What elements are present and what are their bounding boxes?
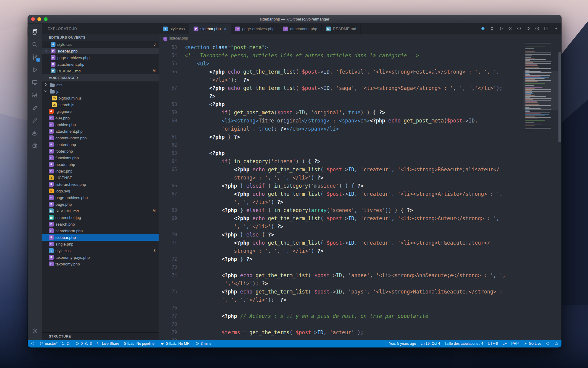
- activity-item-run-debug[interactable]: [28, 63, 42, 76]
- tree-item[interactable]: Pattachment.php: [42, 128, 159, 135]
- status-git-sync[interactable]: 1↓ 2↑: [62, 341, 71, 346]
- toolbar-open-changes[interactable]: [489, 26, 495, 32]
- activity-item-search[interactable]: [28, 38, 42, 51]
- minimap-line: [525, 83, 545, 84]
- scrollbar-thumb[interactable]: [558, 52, 561, 142]
- tab-style-css[interactable]: #style.css: [159, 24, 189, 34]
- status-gitlab-pipeline[interactable]: GitLab: No pipeline.: [124, 341, 155, 346]
- tree-item[interactable]: Ptaxonomy-pays.php: [42, 254, 159, 261]
- open-editor-item[interactable]: MREADME.mdM: [42, 68, 159, 74]
- activity-item-extensions[interactable]: [28, 89, 42, 101]
- tree-item[interactable]: Psingle.php: [42, 241, 159, 247]
- code-line: 75 <?php echo get_the_term_list( $post->…: [159, 288, 522, 296]
- code-text: <?php // Acteurs : s'il y en a plus de h…: [185, 312, 522, 320]
- activity-item-remote-explorer[interactable]: [28, 76, 42, 89]
- toolbar-navigate-forward[interactable]: [526, 26, 531, 32]
- tree-item[interactable]: #style.css3: [42, 247, 159, 254]
- activity-item-docker[interactable]: [28, 127, 42, 139]
- close-icon[interactable]: ×: [224, 27, 226, 31]
- tree-item[interactable]: Slogo.svg: [42, 188, 159, 194]
- tree-item[interactable]: JSsearch.js: [42, 101, 159, 108]
- toolbar-timer[interactable]: [535, 26, 540, 32]
- status-language-mode[interactable]: PHP: [511, 341, 519, 346]
- tree-item[interactable]: Ptaxonomy.php: [42, 261, 159, 267]
- code-editor[interactable]: 53<section class="post-meta">54<!-- Taxo…: [159, 42, 561, 340]
- close-icon[interactable]: ×: [44, 49, 49, 53]
- toolbar-beautify[interactable]: [480, 26, 485, 32]
- status-time-tracker[interactable]: 3 mins: [195, 341, 211, 346]
- tree-item[interactable]: §LICENSE: [42, 174, 159, 181]
- status-gitlab-mr[interactable]: GitLab: No MR.: [160, 341, 191, 346]
- minimize-button[interactable]: [37, 17, 41, 21]
- tree-item[interactable]: Pcontent.php: [42, 141, 159, 148]
- tree-item[interactable]: Pliste-archives.php: [42, 181, 159, 188]
- status-tab-size[interactable]: Taille des tabulations : 4: [444, 341, 483, 346]
- activity-item-explorer[interactable]: [28, 25, 42, 38]
- tree-item[interactable]: js: [42, 88, 159, 95]
- status-gitlens-blame[interactable]: You, 5 years ago: [389, 341, 416, 346]
- title-bar[interactable]: sidebar.php — ~/Git/perso/voiretmanger: [28, 15, 561, 24]
- status-problems[interactable]: 03: [75, 341, 92, 346]
- status-feedback[interactable]: [546, 341, 550, 346]
- line-number: 68: [159, 206, 185, 214]
- tree-item[interactable]: Parchive.php: [42, 121, 159, 128]
- toolbar-pending[interactable]: [517, 26, 522, 32]
- extensions-icon: [31, 92, 38, 99]
- open-editor-item[interactable]: Pattachment.php: [42, 61, 159, 68]
- tree-item[interactable]: Ppage-archives.php: [42, 194, 159, 201]
- tree-item[interactable]: Pfooter.php: [42, 148, 159, 154]
- status-eol[interactable]: LF: [502, 341, 507, 346]
- activity-item-edit-session[interactable]: [28, 114, 42, 127]
- tree-item[interactable]: Pcontent-index.php: [42, 135, 159, 141]
- toolbar-run-code[interactable]: [498, 26, 504, 32]
- open-editor-item[interactable]: Ppage-archives.php: [42, 54, 159, 61]
- breadcrumb[interactable]: P sidebar.php: [159, 34, 561, 42]
- php-file-icon: P: [49, 262, 54, 266]
- open-editor-item[interactable]: ×Psidebar.php: [42, 48, 159, 54]
- tree-item[interactable]: Psearchform.php: [42, 227, 159, 234]
- tab-README-md[interactable]: MREADME.md: [322, 24, 361, 34]
- toolbar-split-editor[interactable]: [544, 26, 549, 32]
- activity-item-live-share[interactable]: [28, 101, 42, 114]
- status-cursor-position[interactable]: Ln 19, Col 4: [421, 341, 440, 346]
- activity-item-browser-preview[interactable]: [28, 139, 42, 152]
- minimap-line: [525, 131, 533, 131]
- file-label: search.js: [58, 103, 74, 107]
- code-text: [185, 141, 522, 149]
- activity-item-manage[interactable]: [28, 325, 42, 337]
- tab-sidebar-php[interactable]: Psidebar.php×: [189, 24, 231, 34]
- minimap[interactable]: [525, 43, 557, 132]
- folder-section-header[interactable]: VOIRETMANGER: [42, 74, 159, 81]
- open-editor-item[interactable]: #style.css3: [42, 41, 159, 48]
- open-editors-header[interactable]: ÉDITEURS OUVERTS: [42, 34, 159, 41]
- tab-attachment-php[interactable]: Pattachment.php: [279, 24, 322, 34]
- tree-item[interactable]: Pfunctions.php: [42, 154, 159, 161]
- status-notifications[interactable]: [555, 341, 559, 346]
- tree-item[interactable]: Pindex.php: [42, 168, 159, 174]
- toolbar-more-actions[interactable]: [553, 26, 558, 32]
- line-number: 72: [159, 255, 185, 263]
- tree-item[interactable]: MREADME.mdM: [42, 208, 159, 214]
- file-label: content.php: [55, 142, 76, 147]
- tree-item[interactable]: P404.php: [42, 115, 159, 121]
- tree-item[interactable]: css: [42, 81, 159, 88]
- tree-item[interactable]: Psearch.php: [42, 221, 159, 227]
- tree-item[interactable]: ▦screenshot.jpg: [42, 214, 159, 221]
- status-remote-indicator[interactable]: [31, 341, 35, 346]
- zoom-button[interactable]: [44, 17, 48, 21]
- close-button[interactable]: [31, 17, 35, 21]
- status-git-branch[interactable]: master*: [40, 341, 58, 346]
- gear-icon: [31, 328, 38, 335]
- activity-item-source-control[interactable]: 1: [28, 51, 42, 63]
- tree-item[interactable]: JSbigfoot.min.js: [42, 95, 159, 101]
- tree-item[interactable]: G.gitignore: [42, 108, 159, 115]
- toolbar-navigate-back[interactable]: [507, 26, 513, 32]
- tab-page-archives-php[interactable]: Ppage-archives.php: [231, 24, 279, 34]
- status-go-live[interactable]: Go Live: [523, 341, 541, 346]
- structure-section-header[interactable]: STRUCTURE: [42, 332, 159, 340]
- status-encoding[interactable]: UTF-8: [488, 341, 498, 346]
- tree-item[interactable]: Psidebar.php: [42, 234, 159, 241]
- status-live-share[interactable]: Live Share: [96, 341, 119, 346]
- tree-item[interactable]: Ppage.php: [42, 201, 159, 208]
- tree-item[interactable]: Pheader.php: [42, 161, 159, 168]
